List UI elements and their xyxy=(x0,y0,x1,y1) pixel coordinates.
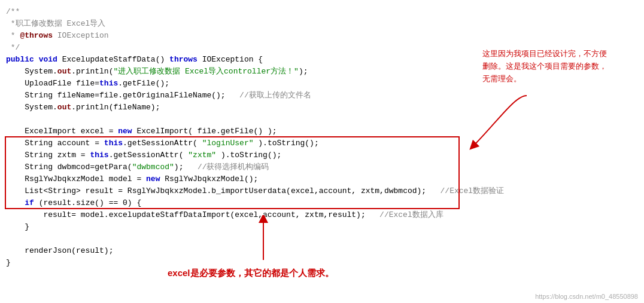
code-line-19: } xyxy=(6,221,644,233)
code-line-21: renderJson(result); xyxy=(6,245,644,257)
code-line-17: if (result.size() == 0) { xyxy=(6,197,644,209)
code-line-16: List<String> result = RsglYwJbqkxzModel.… xyxy=(6,185,644,197)
code-line-12: String account = this.getSessionAttr( "l… xyxy=(6,137,644,149)
annotation-bottom-center: excel是必要参数，其它的都是个人需求。 xyxy=(168,268,334,279)
code-line-18: result= model.excelupdateStaffDataImport… xyxy=(6,209,644,221)
code-line-2: *职工修改数据 Excel导入 xyxy=(6,18,644,30)
code-line-11: ExcelImport excel = new ExcelImport( fil… xyxy=(6,126,644,137)
code-line-14: String dwbmcod=getPara("dwbmcod"); //获得选… xyxy=(6,161,644,173)
code-line-20 xyxy=(6,233,644,245)
code-line-9: System.out.println(fileName); xyxy=(6,102,644,114)
comment-span: * @throws IOException xyxy=(6,31,109,40)
watermark: https://blog.csdn.net/m0_48550898 xyxy=(535,293,638,300)
code-line-1: /** xyxy=(6,6,644,18)
comment-span: *职工修改数据 Excel导入 xyxy=(6,19,105,28)
annotation-top-right: 这里因为我项目已经设计完，不方便删除。这是我这个项目需要的参数，无需理会。 xyxy=(482,48,614,85)
code-line-15: RsglYwJbqkxzModel model = new RsglYwJbqk… xyxy=(6,173,644,185)
code-line-3: * @throws IOException xyxy=(6,30,644,42)
code-line-10 xyxy=(6,114,644,126)
code-line-22: } xyxy=(6,257,644,269)
comment-span: */ xyxy=(6,43,20,52)
code-line-8: String fileName=file.getOriginalFileName… xyxy=(6,90,644,102)
comment-span: /** xyxy=(6,7,20,16)
code-area: /** *职工修改数据 Excel导入 * @throws IOExceptio… xyxy=(0,0,644,303)
code-line-13: String zxtm = this.getSessionAttr( "zxtm… xyxy=(6,149,644,161)
